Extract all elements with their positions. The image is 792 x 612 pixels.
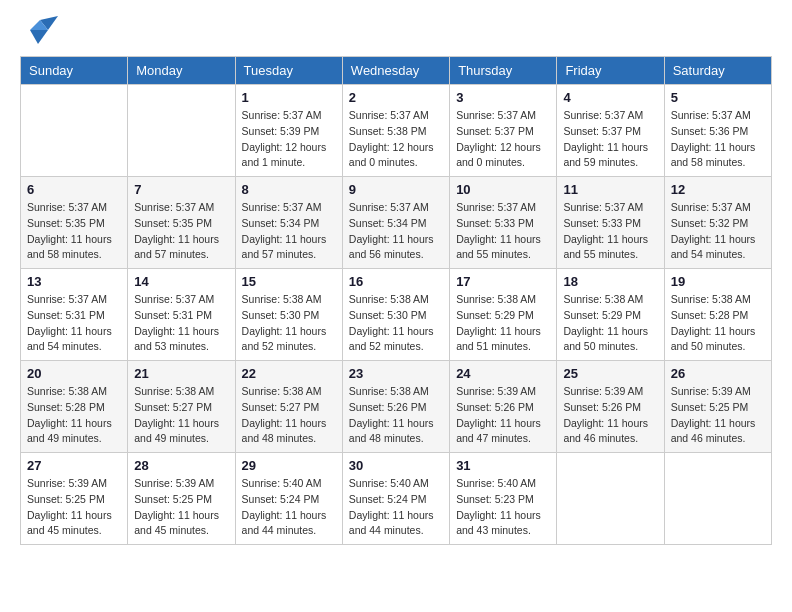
- day-detail: Sunrise: 5:38 AM Sunset: 5:30 PM Dayligh…: [349, 292, 443, 355]
- day-number: 19: [671, 274, 765, 289]
- calendar-cell: 21Sunrise: 5:38 AM Sunset: 5:27 PM Dayli…: [128, 361, 235, 453]
- calendar-cell: 29Sunrise: 5:40 AM Sunset: 5:24 PM Dayli…: [235, 453, 342, 545]
- calendar-cell: 6Sunrise: 5:37 AM Sunset: 5:35 PM Daylig…: [21, 177, 128, 269]
- day-detail: Sunrise: 5:40 AM Sunset: 5:23 PM Dayligh…: [456, 476, 550, 539]
- calendar-cell: 30Sunrise: 5:40 AM Sunset: 5:24 PM Dayli…: [342, 453, 449, 545]
- day-number: 13: [27, 274, 121, 289]
- calendar-cell: 24Sunrise: 5:39 AM Sunset: 5:26 PM Dayli…: [450, 361, 557, 453]
- calendar-cell: 5Sunrise: 5:37 AM Sunset: 5:36 PM Daylig…: [664, 85, 771, 177]
- day-detail: Sunrise: 5:38 AM Sunset: 5:30 PM Dayligh…: [242, 292, 336, 355]
- calendar-week-2: 6Sunrise: 5:37 AM Sunset: 5:35 PM Daylig…: [21, 177, 772, 269]
- calendar-cell: [664, 453, 771, 545]
- calendar-cell: 10Sunrise: 5:37 AM Sunset: 5:33 PM Dayli…: [450, 177, 557, 269]
- calendar-cell: 31Sunrise: 5:40 AM Sunset: 5:23 PM Dayli…: [450, 453, 557, 545]
- calendar-cell: [21, 85, 128, 177]
- day-detail: Sunrise: 5:37 AM Sunset: 5:38 PM Dayligh…: [349, 108, 443, 171]
- day-number: 23: [349, 366, 443, 381]
- day-detail: Sunrise: 5:39 AM Sunset: 5:25 PM Dayligh…: [134, 476, 228, 539]
- day-header-saturday: Saturday: [664, 57, 771, 85]
- day-header-friday: Friday: [557, 57, 664, 85]
- day-detail: Sunrise: 5:38 AM Sunset: 5:28 PM Dayligh…: [27, 384, 121, 447]
- day-detail: Sunrise: 5:37 AM Sunset: 5:37 PM Dayligh…: [563, 108, 657, 171]
- day-number: 4: [563, 90, 657, 105]
- day-header-tuesday: Tuesday: [235, 57, 342, 85]
- day-detail: Sunrise: 5:39 AM Sunset: 5:25 PM Dayligh…: [27, 476, 121, 539]
- calendar-cell: 2Sunrise: 5:37 AM Sunset: 5:38 PM Daylig…: [342, 85, 449, 177]
- day-number: 8: [242, 182, 336, 197]
- day-detail: Sunrise: 5:38 AM Sunset: 5:26 PM Dayligh…: [349, 384, 443, 447]
- day-detail: Sunrise: 5:39 AM Sunset: 5:26 PM Dayligh…: [563, 384, 657, 447]
- day-detail: Sunrise: 5:37 AM Sunset: 5:36 PM Dayligh…: [671, 108, 765, 171]
- day-detail: Sunrise: 5:37 AM Sunset: 5:34 PM Dayligh…: [242, 200, 336, 263]
- day-number: 27: [27, 458, 121, 473]
- calendar-cell: 3Sunrise: 5:37 AM Sunset: 5:37 PM Daylig…: [450, 85, 557, 177]
- calendar-cell: [128, 85, 235, 177]
- day-detail: Sunrise: 5:37 AM Sunset: 5:32 PM Dayligh…: [671, 200, 765, 263]
- calendar-week-1: 1Sunrise: 5:37 AM Sunset: 5:39 PM Daylig…: [21, 85, 772, 177]
- day-number: 3: [456, 90, 550, 105]
- day-detail: Sunrise: 5:40 AM Sunset: 5:24 PM Dayligh…: [242, 476, 336, 539]
- day-header-wednesday: Wednesday: [342, 57, 449, 85]
- calendar-cell: 8Sunrise: 5:37 AM Sunset: 5:34 PM Daylig…: [235, 177, 342, 269]
- calendar-week-4: 20Sunrise: 5:38 AM Sunset: 5:28 PM Dayli…: [21, 361, 772, 453]
- calendar-cell: 7Sunrise: 5:37 AM Sunset: 5:35 PM Daylig…: [128, 177, 235, 269]
- day-detail: Sunrise: 5:37 AM Sunset: 5:39 PM Dayligh…: [242, 108, 336, 171]
- page-header: [20, 16, 772, 44]
- day-number: 29: [242, 458, 336, 473]
- day-number: 7: [134, 182, 228, 197]
- day-header-sunday: Sunday: [21, 57, 128, 85]
- day-detail: Sunrise: 5:38 AM Sunset: 5:27 PM Dayligh…: [134, 384, 228, 447]
- day-detail: Sunrise: 5:37 AM Sunset: 5:35 PM Dayligh…: [134, 200, 228, 263]
- day-number: 21: [134, 366, 228, 381]
- calendar-cell: 20Sunrise: 5:38 AM Sunset: 5:28 PM Dayli…: [21, 361, 128, 453]
- day-number: 11: [563, 182, 657, 197]
- calendar-cell: 18Sunrise: 5:38 AM Sunset: 5:29 PM Dayli…: [557, 269, 664, 361]
- day-number: 25: [563, 366, 657, 381]
- calendar-cell: 11Sunrise: 5:37 AM Sunset: 5:33 PM Dayli…: [557, 177, 664, 269]
- day-number: 10: [456, 182, 550, 197]
- calendar-header-row: SundayMondayTuesdayWednesdayThursdayFrid…: [21, 57, 772, 85]
- calendar-cell: 15Sunrise: 5:38 AM Sunset: 5:30 PM Dayli…: [235, 269, 342, 361]
- calendar-cell: 23Sunrise: 5:38 AM Sunset: 5:26 PM Dayli…: [342, 361, 449, 453]
- calendar-cell: 25Sunrise: 5:39 AM Sunset: 5:26 PM Dayli…: [557, 361, 664, 453]
- day-detail: Sunrise: 5:37 AM Sunset: 5:33 PM Dayligh…: [456, 200, 550, 263]
- svg-marker-2: [30, 30, 48, 44]
- day-number: 14: [134, 274, 228, 289]
- calendar-table: SundayMondayTuesdayWednesdayThursdayFrid…: [20, 56, 772, 545]
- day-detail: Sunrise: 5:39 AM Sunset: 5:26 PM Dayligh…: [456, 384, 550, 447]
- calendar-cell: 19Sunrise: 5:38 AM Sunset: 5:28 PM Dayli…: [664, 269, 771, 361]
- day-number: 26: [671, 366, 765, 381]
- day-number: 30: [349, 458, 443, 473]
- day-number: 6: [27, 182, 121, 197]
- calendar-cell: 13Sunrise: 5:37 AM Sunset: 5:31 PM Dayli…: [21, 269, 128, 361]
- calendar-week-3: 13Sunrise: 5:37 AM Sunset: 5:31 PM Dayli…: [21, 269, 772, 361]
- day-number: 17: [456, 274, 550, 289]
- day-detail: Sunrise: 5:38 AM Sunset: 5:28 PM Dayligh…: [671, 292, 765, 355]
- day-header-monday: Monday: [128, 57, 235, 85]
- day-detail: Sunrise: 5:38 AM Sunset: 5:29 PM Dayligh…: [456, 292, 550, 355]
- day-detail: Sunrise: 5:39 AM Sunset: 5:25 PM Dayligh…: [671, 384, 765, 447]
- day-detail: Sunrise: 5:38 AM Sunset: 5:29 PM Dayligh…: [563, 292, 657, 355]
- day-number: 9: [349, 182, 443, 197]
- day-detail: Sunrise: 5:37 AM Sunset: 5:31 PM Dayligh…: [27, 292, 121, 355]
- calendar-cell: 28Sunrise: 5:39 AM Sunset: 5:25 PM Dayli…: [128, 453, 235, 545]
- calendar-cell: 9Sunrise: 5:37 AM Sunset: 5:34 PM Daylig…: [342, 177, 449, 269]
- calendar-cell: 27Sunrise: 5:39 AM Sunset: 5:25 PM Dayli…: [21, 453, 128, 545]
- calendar-cell: 4Sunrise: 5:37 AM Sunset: 5:37 PM Daylig…: [557, 85, 664, 177]
- logo-bird-icon: [20, 16, 58, 44]
- day-number: 5: [671, 90, 765, 105]
- day-number: 24: [456, 366, 550, 381]
- day-number: 20: [27, 366, 121, 381]
- calendar-cell: 14Sunrise: 5:37 AM Sunset: 5:31 PM Dayli…: [128, 269, 235, 361]
- day-number: 16: [349, 274, 443, 289]
- day-detail: Sunrise: 5:37 AM Sunset: 5:34 PM Dayligh…: [349, 200, 443, 263]
- day-number: 15: [242, 274, 336, 289]
- day-number: 31: [456, 458, 550, 473]
- calendar-cell: 26Sunrise: 5:39 AM Sunset: 5:25 PM Dayli…: [664, 361, 771, 453]
- calendar-cell: 16Sunrise: 5:38 AM Sunset: 5:30 PM Dayli…: [342, 269, 449, 361]
- calendar-cell: 17Sunrise: 5:38 AM Sunset: 5:29 PM Dayli…: [450, 269, 557, 361]
- logo: [20, 16, 62, 44]
- day-header-thursday: Thursday: [450, 57, 557, 85]
- day-number: 28: [134, 458, 228, 473]
- day-detail: Sunrise: 5:38 AM Sunset: 5:27 PM Dayligh…: [242, 384, 336, 447]
